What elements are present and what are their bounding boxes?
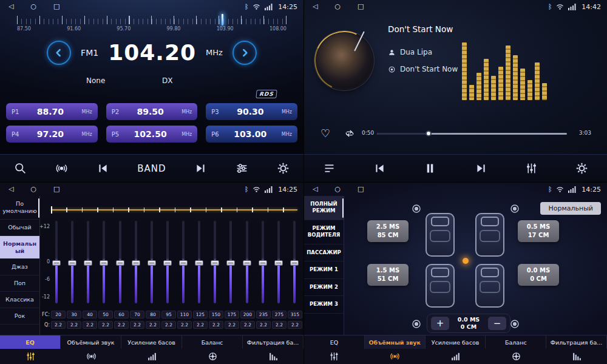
eq-band-slider[interactable] (84, 219, 92, 305)
seek-up-button[interactable] (194, 162, 207, 175)
slider-knob[interactable] (163, 260, 172, 266)
frequency-ruler[interactable]: 87.5091.6095.7099.80103.90108.00 (17, 16, 287, 36)
back-icon[interactable]: ◁ (313, 183, 317, 196)
previous-track-button[interactable] (373, 162, 386, 175)
favorite-button[interactable]: ♡ (320, 127, 330, 140)
tab-icon-bass[interactable] (121, 349, 182, 364)
progress-knob[interactable] (426, 130, 432, 136)
eq-band-slider[interactable] (274, 219, 283, 305)
surround-mode-item[interactable]: ПАССАЖИР (304, 244, 344, 261)
home-icon[interactable]: ○ (334, 0, 341, 13)
scan-button[interactable] (14, 162, 27, 175)
repeat-button[interactable] (344, 128, 355, 139)
tab-icon-eq[interactable] (0, 349, 61, 364)
surround-mode-item[interactable]: РЕЖИМ 1 (304, 261, 344, 278)
home-icon[interactable]: ○ (30, 183, 36, 196)
tab-icon-bass[interactable] (426, 349, 486, 364)
radio-preset-button[interactable]: P3 90.30 MHz (206, 103, 297, 120)
radio-preset-button[interactable]: P5 102.50 MHz (106, 126, 198, 143)
slider-knob[interactable] (52, 260, 61, 266)
eq-band-slider[interactable] (226, 219, 235, 305)
slider-knob[interactable] (195, 260, 203, 266)
radio-preset-button[interactable]: P4 97.20 MHz (6, 126, 98, 143)
slider-knob[interactable] (290, 260, 299, 266)
back-icon[interactable]: ◁ (8, 183, 13, 196)
recents-icon[interactable]: □ (358, 183, 364, 196)
tab-icon-surround[interactable] (365, 349, 426, 364)
home-icon[interactable]: ○ (30, 0, 36, 13)
slider-knob[interactable] (84, 260, 92, 266)
tab-icon-balance[interactable] (182, 349, 243, 364)
surround-mode-item[interactable]: ПОЛНЫЙ РЕЖИМ (304, 196, 344, 220)
increase-button[interactable]: + (431, 317, 449, 330)
settings-button[interactable] (575, 162, 588, 175)
audio-tab[interactable]: EQ (304, 335, 365, 349)
equalizer-button[interactable] (525, 162, 538, 175)
recents-icon[interactable]: □ (53, 0, 59, 13)
eq-band-slider[interactable] (148, 219, 156, 305)
slider-knob[interactable] (243, 260, 251, 266)
slider-knob[interactable] (226, 260, 235, 266)
surround-mode-item[interactable]: РЕЖИМ 3 (304, 296, 344, 313)
audio-tab[interactable]: Объёмный звук (61, 335, 121, 349)
slider-knob[interactable] (100, 260, 108, 266)
eq-band-slider[interactable] (243, 219, 251, 305)
radio-preset-button[interactable]: P2 89.50 MHz (106, 103, 198, 120)
listening-position-dot[interactable] (463, 258, 469, 264)
audio-tab[interactable]: Баланс (486, 335, 546, 349)
tab-icon-eq[interactable] (304, 349, 365, 364)
eq-band-slider[interactable] (259, 219, 267, 305)
slider-knob[interactable] (179, 260, 188, 266)
slider-knob[interactable] (116, 260, 124, 266)
audio-tab[interactable]: EQ (0, 335, 61, 349)
slider-knob[interactable] (211, 260, 219, 266)
eq-band-slider[interactable] (68, 219, 76, 305)
progress-bar[interactable] (377, 133, 567, 135)
eq-preset-item[interactable]: По умолчанию (0, 196, 39, 220)
back-icon[interactable]: ◁ (8, 0, 13, 13)
tab-icon-filter[interactable] (243, 349, 304, 364)
eq-band-slider[interactable] (163, 219, 172, 305)
seek-down-button[interactable] (97, 162, 109, 175)
audio-tab[interactable]: Усиление басов (121, 335, 182, 349)
eq-preset-item[interactable]: Поп (0, 275, 39, 292)
audio-tab[interactable]: Баланс (182, 335, 243, 349)
radio-preset-button[interactable]: P6 103.00 MHz (206, 126, 297, 143)
settings-button[interactable] (277, 162, 290, 175)
profile-button[interactable]: Нормальный (540, 202, 601, 215)
stations-button[interactable] (55, 162, 68, 175)
recents-icon[interactable]: □ (358, 0, 364, 13)
delay-front-right[interactable]: 0.5 MS 17 CM (518, 220, 559, 242)
eq-band-slider[interactable] (116, 219, 124, 305)
tab-icon-balance[interactable] (486, 349, 546, 364)
eq-band-slider[interactable] (132, 219, 140, 305)
eq-preset-item[interactable]: Нормальный (0, 236, 39, 260)
eq-band-slider[interactable] (211, 219, 219, 305)
audio-tab[interactable]: Фильтрация ба... (243, 335, 304, 349)
band-button[interactable]: BAND (137, 163, 166, 174)
slider-knob[interactable] (274, 260, 283, 266)
eq-band-slider[interactable] (100, 219, 108, 305)
eq-preset-item[interactable]: Классика (0, 292, 39, 308)
radio-preset-button[interactable]: P1 88.70 MHz (6, 103, 98, 120)
recents-icon[interactable]: □ (53, 183, 59, 196)
pause-button[interactable] (424, 162, 436, 175)
album-art[interactable] (316, 33, 372, 89)
surround-mode-item[interactable]: РЕЖИМ 2 (304, 279, 344, 296)
tab-icon-surround[interactable] (61, 349, 121, 364)
scrollbar[interactable] (38, 198, 39, 218)
eq-band-slider[interactable] (179, 219, 188, 305)
audio-settings-button[interactable] (236, 162, 248, 175)
home-icon[interactable]: ○ (334, 183, 341, 196)
slider-knob[interactable] (132, 260, 140, 266)
delay-rear-right[interactable]: 0.0 MS 0 CM (518, 264, 559, 286)
slider-knob[interactable] (148, 260, 156, 266)
eq-band-slider[interactable] (290, 219, 299, 305)
playlist-button[interactable] (323, 162, 336, 175)
scrollbar[interactable] (342, 198, 344, 218)
eq-band-slider[interactable] (52, 219, 61, 305)
eq-preset-item[interactable]: Обычай (0, 220, 39, 236)
tune-up-button[interactable] (232, 41, 257, 65)
audio-tab[interactable]: Объёмный звук (365, 335, 426, 349)
decrease-button[interactable]: − (488, 317, 506, 330)
